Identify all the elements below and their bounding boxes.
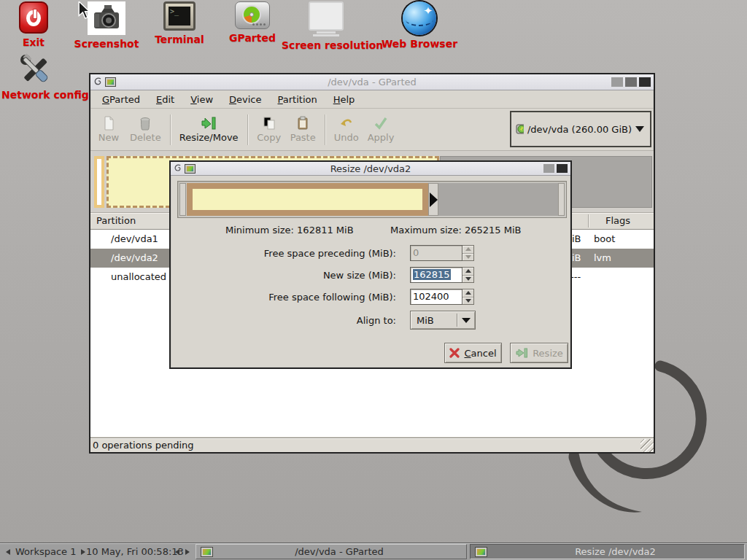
cancel-x-icon — [449, 348, 460, 358]
menu-gparted[interactable]: GParted — [95, 92, 147, 107]
resize-dialog: Resize /dev/vda2 Minimum size: 162811 Mi… — [169, 160, 572, 369]
taskbar-item-label: Resize /dev/vda2 — [491, 546, 740, 557]
workspace-pager[interactable]: Workspace 1 — [6, 543, 85, 560]
gparted-app-icon — [105, 77, 116, 87]
status-bar: 0 operations pending — [90, 438, 654, 452]
new-button[interactable]: New — [92, 112, 125, 147]
desktop-icon-terminal[interactable]: >_ Terminal — [143, 1, 216, 45]
spinner-buttons[interactable] — [462, 289, 474, 305]
taskbar-item-gparted[interactable]: /dev/vda - GParted — [196, 544, 467, 559]
spinner-buttons[interactable] — [462, 267, 474, 283]
close-button[interactable] — [557, 164, 568, 173]
device-selector[interactable]: /dev/vda (260.00 GiB) — [510, 111, 651, 147]
resize-arrow-icon — [515, 348, 528, 358]
flags-value: boot — [594, 233, 615, 244]
menu-edit[interactable]: Edit — [149, 92, 182, 107]
undo-button[interactable]: Undo — [330, 112, 363, 147]
minimize-button[interactable] — [611, 77, 623, 87]
scroll-left-icon[interactable] — [175, 549, 179, 555]
desktop-icon-web-browser[interactable]: ✦ Web Browser — [374, 1, 465, 50]
free-space-following-input[interactable]: 102400 — [410, 289, 462, 305]
device-selector-value: /dev/vda (260.00 GiB) — [527, 124, 632, 135]
window-menu-swirl-icon[interactable] — [93, 77, 103, 88]
spinner-buttons[interactable] — [462, 245, 474, 261]
resize-dialog-titlebar[interactable]: Resize /dev/vda2 — [171, 162, 570, 176]
align-to-dropdown[interactable]: MiB — [410, 311, 476, 330]
gparted-app-icon — [201, 547, 213, 557]
taskbar-item-resize-dialog[interactable]: Resize /dev/vda2 — [470, 544, 745, 559]
undo-icon — [339, 116, 354, 131]
toolbar-separator — [170, 114, 171, 145]
desktop-icon-network-config[interactable]: Network config — [1, 52, 69, 101]
toolbar-separator — [325, 114, 325, 145]
menu-device[interactable]: Device — [222, 92, 268, 107]
desktop: { "desktop": { "icons": [ { "id": "exit"… — [0, 0, 747, 560]
toolbar-separator — [247, 114, 248, 145]
partition-name: unallocated — [111, 271, 166, 282]
resize-partition-block[interactable] — [187, 183, 428, 216]
resize-right-grip[interactable] — [558, 183, 565, 216]
resize-left-grip[interactable] — [179, 183, 186, 216]
column-header-flags[interactable]: Flags — [605, 215, 630, 226]
delete-button[interactable]: Delete — [125, 112, 166, 147]
resize-right-handle[interactable] — [428, 183, 438, 216]
column-header-partition[interactable]: Partition — [96, 215, 136, 226]
status-text: 0 operations pending — [93, 440, 194, 451]
selected-text: 162815 — [413, 269, 451, 280]
free-space-preceding-input[interactable]: 0 — [410, 245, 462, 261]
cancel-button[interactable]: Cancel — [444, 343, 502, 363]
dialog-title: Resize /dev/vda2 — [171, 163, 570, 174]
menu-partition[interactable]: Partition — [271, 92, 325, 107]
new-partition-icon — [101, 116, 116, 131]
taskbar: Workspace 1 10 May, Fri 00:58:13 /dev/vd… — [0, 542, 747, 560]
desktop-icon-label: Screen resolution — [282, 39, 371, 51]
resize-button[interactable]: Resize — [510, 343, 568, 363]
gparted-app-icon — [185, 164, 196, 174]
resize-button-label: Resize — [533, 348, 563, 359]
partition-name: /dev/vda2 — [111, 252, 158, 263]
workspace-label: Workspace 1 — [15, 546, 76, 557]
menu-view[interactable]: View — [183, 92, 220, 107]
copy-button[interactable]: Copy — [252, 112, 286, 147]
trash-icon — [138, 116, 152, 131]
apply-button[interactable]: Apply — [363, 112, 399, 147]
monitor-icon — [282, 1, 371, 36]
menu-help[interactable]: Help — [326, 92, 363, 107]
chevron-down-icon — [462, 318, 471, 323]
resize-grip[interactable] — [640, 439, 654, 452]
desktop-icon-screen-resolution[interactable]: Screen resolution — [282, 1, 371, 51]
workspace-next-icon[interactable] — [81, 549, 85, 555]
window-title: /dev/vda - GParted — [90, 77, 654, 88]
maximize-button[interactable] — [543, 164, 554, 173]
drag-arrow-icon — [430, 192, 438, 207]
toolbar: New Delete Resize/Move Copy Paste Undo A… — [90, 109, 654, 151]
partition-visual-vda1[interactable] — [94, 156, 104, 208]
chevron-down-icon — [635, 126, 644, 132]
gparted-app-icon — [475, 547, 487, 557]
size-fragment: iB — [572, 252, 581, 263]
task-scroll-arrows[interactable] — [175, 543, 190, 560]
window-menu-swirl-icon[interactable] — [174, 163, 182, 174]
menubar: GParted Edit View Device Partition Help — [90, 90, 654, 109]
resize-free-space — [438, 183, 560, 216]
desktop-icon-exit[interactable]: Exit — [6, 1, 61, 48]
clock: 10 May, Fri 00:58:13 — [86, 543, 184, 560]
field-label: Align to: — [357, 315, 396, 326]
maximize-button[interactable] — [625, 77, 637, 87]
minimum-size-label: Minimum size: 162811 MiB — [225, 225, 354, 236]
workspace-prev-icon[interactable] — [6, 549, 10, 555]
resize-move-icon — [201, 116, 217, 131]
resize-move-button[interactable]: Resize/Move — [175, 112, 243, 147]
align-to-value: MiB — [411, 315, 457, 326]
size-fragment: --- — [570, 271, 581, 282]
close-button[interactable] — [639, 77, 651, 87]
paste-button[interactable]: Paste — [286, 112, 320, 147]
desktop-icon-label: Network config — [1, 89, 69, 101]
scroll-right-icon[interactable] — [185, 549, 190, 555]
cancel-button-label: Cancel — [464, 348, 496, 359]
size-fragment: iB — [572, 233, 581, 244]
field-row-preceding: Free space preceding (MiB): 0 — [171, 245, 570, 264]
gparted-titlebar[interactable]: /dev/vda - GParted — [90, 74, 654, 90]
desktop-icon-gparted[interactable]: GParted — [216, 1, 289, 44]
new-size-input[interactable]: 162815 — [410, 267, 462, 283]
